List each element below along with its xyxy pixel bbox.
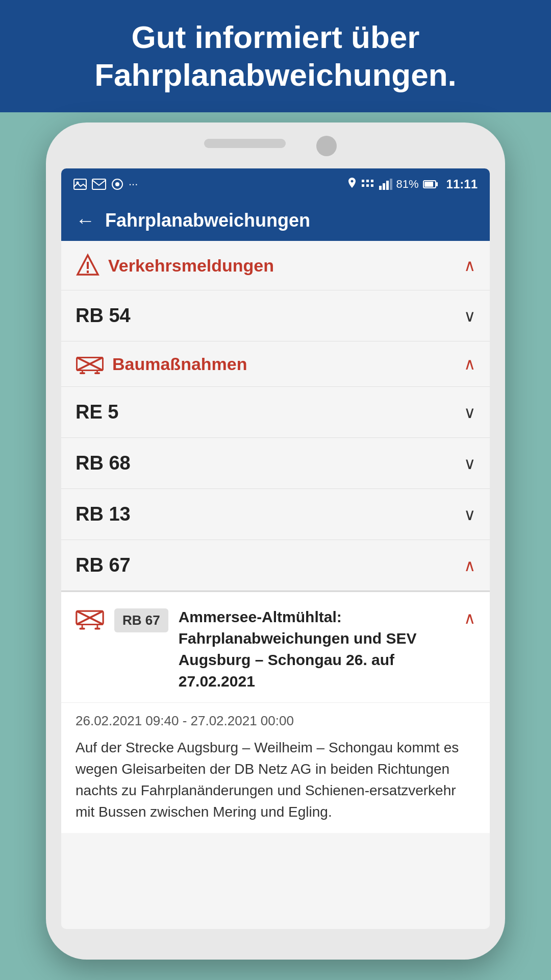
rb67-chevron: ∧ <box>464 556 475 575</box>
svg-rect-34 <box>79 628 85 630</box>
svg-rect-35 <box>94 628 100 630</box>
svg-rect-26 <box>80 372 85 374</box>
baumassnahmen-label: Baumaßnahmen <box>112 354 247 374</box>
list-item-rb68[interactable]: RB 68 ∨ <box>61 438 490 489</box>
svg-rect-17 <box>436 182 438 186</box>
expanded-barrier-icon <box>76 608 104 631</box>
expanded-header: RB 67 Ammersee-Altmühltal: Fahrplanabwei… <box>61 592 490 703</box>
section-header-verkehrsmeldungen[interactable]: Verkehrsmeldungen ∧ <box>61 241 490 290</box>
phone-camera <box>316 136 337 156</box>
list-item-rb54[interactable]: RB 54 ∨ <box>61 290 490 341</box>
battery-percent: 81% <box>396 178 419 191</box>
rb67-expanded-detail: RB 67 Ammersee-Altmühltal: Fahrplanabwei… <box>61 591 490 833</box>
expanded-chevron-up[interactable]: ∧ <box>464 608 475 628</box>
baumassnahmen-chevron: ∧ <box>464 354 475 374</box>
description-text: Auf der Strecke Augsburg – Weilheim – Sc… <box>76 737 475 823</box>
mail-icon <box>92 179 106 190</box>
banner-text: Gut informiert über Fahrplanabweichungen… <box>31 18 520 94</box>
verkehrsmeldungen-chevron: ∧ <box>464 256 475 275</box>
status-time: 11:11 <box>446 177 478 191</box>
svg-rect-16 <box>424 182 433 187</box>
rb13-chevron: ∨ <box>464 505 475 524</box>
date-range: 26.02.2021 09:40 - 27.02.2021 00:00 <box>76 713 475 729</box>
verkehrsmeldungen-label: Verkehrsmeldungen <box>108 256 274 276</box>
rb67-badge: RB 67 <box>114 608 168 632</box>
svg-rect-6 <box>366 180 369 182</box>
back-button[interactable]: ← <box>76 210 95 232</box>
svg-rect-2 <box>92 179 106 189</box>
barrier-icon <box>76 354 104 374</box>
nav-bar: ← Fahrplanabweichungen <box>61 200 490 241</box>
svg-rect-12 <box>383 183 385 190</box>
expanded-title: Ammersee-Altmühltal: Fahrplanabweichunge… <box>179 606 464 692</box>
svg-rect-18 <box>87 262 89 269</box>
wifi-icon <box>361 179 375 190</box>
svg-rect-19 <box>87 271 89 273</box>
svg-rect-14 <box>390 179 392 190</box>
re5-label: RE 5 <box>76 401 118 423</box>
svg-point-4 <box>115 182 119 186</box>
re5-chevron: ∨ <box>464 403 475 422</box>
phone-screen: ··· <box>61 168 490 929</box>
svg-rect-13 <box>386 181 389 190</box>
section-header-left: Verkehrsmeldungen <box>76 253 274 278</box>
battery-icon <box>423 180 438 189</box>
svg-rect-10 <box>371 184 373 187</box>
top-banner: Gut informiert über Fahrplanabweichungen… <box>0 0 551 112</box>
signal-icon <box>379 179 392 190</box>
circle-icon <box>111 178 123 190</box>
rb68-label: RB 68 <box>76 452 131 474</box>
svg-rect-8 <box>362 184 364 187</box>
expanded-body: 26.02.2021 09:40 - 27.02.2021 00:00 Auf … <box>61 703 490 833</box>
rb54-label: RB 54 <box>76 305 131 327</box>
svg-rect-7 <box>371 180 373 182</box>
status-bar: ··· <box>61 168 490 200</box>
status-dots: ··· <box>129 178 138 191</box>
svg-rect-9 <box>366 184 369 187</box>
section-header-left-2: Baumaßnahmen <box>76 354 247 374</box>
rb68-chevron: ∨ <box>464 454 475 473</box>
list-item-re5[interactable]: RE 5 ∨ <box>61 387 490 438</box>
rb67-label: RB 67 <box>76 554 131 576</box>
image-icon <box>73 179 87 190</box>
location-icon <box>347 178 357 191</box>
section-header-baumassnahmen[interactable]: Baumaßnahmen ∧ <box>61 341 490 387</box>
warning-triangle-icon <box>76 253 100 278</box>
phone-speaker <box>204 139 286 148</box>
list-item-rb13[interactable]: RB 13 ∨ <box>61 489 490 540</box>
svg-rect-27 <box>94 372 100 374</box>
status-icons-left: ··· <box>73 178 138 191</box>
expanded-header-left: RB 67 Ammersee-Altmühltal: Fahrplanabwei… <box>76 606 464 692</box>
rb13-label: RB 13 <box>76 503 131 525</box>
status-icons-right: 81% 11:11 <box>347 177 478 191</box>
list-item-rb67[interactable]: RB 67 ∧ <box>61 540 490 591</box>
phone-mockup: ··· <box>46 122 505 960</box>
nav-title: Fahrplanabweichungen <box>105 210 310 231</box>
rb54-chevron: ∨ <box>464 306 475 326</box>
content-area: Verkehrsmeldungen ∧ RB 54 ∨ <box>61 241 490 929</box>
svg-rect-11 <box>379 186 382 190</box>
svg-rect-5 <box>362 180 364 182</box>
